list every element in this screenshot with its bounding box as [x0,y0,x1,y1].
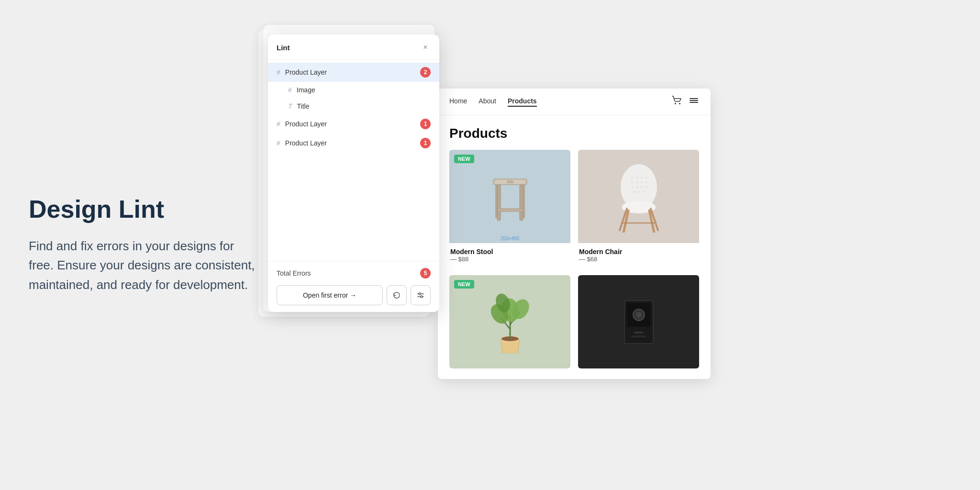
nav-icons [671,95,699,108]
card-size-label: 263×460 [501,236,519,241]
svg-rect-12 [497,185,501,221]
error-badge-1: 2 [420,67,431,78]
lint-panel-spacer [268,156,439,261]
stool-illustration [489,166,532,228]
svg-point-18 [631,177,633,178]
menu-icon[interactable] [689,95,699,108]
browser-preview-panel: Home About Products Products [438,89,711,379]
dark-image-area [578,275,699,368]
refresh-button[interactable] [387,285,407,305]
main-heading: Design Lint [29,196,258,223]
new-badge-plant: NEW [454,280,474,289]
stool-product-info: Modern Stool — $88 [449,243,570,267]
chair-image-area [578,150,699,243]
product-card-plant: NEW [449,275,570,368]
lint-item-label-2: Product Layer [285,120,420,128]
lint-panel-title: Lint [277,44,290,52]
plant-image-area: NEW [449,275,570,368]
stool-image-area: NEW [449,150,570,243]
lint-item-title[interactable]: T Title [268,98,439,114]
chair-name: Modern Chair [579,248,698,256]
open-first-error-button[interactable]: Open first error → [277,285,383,305]
main-description: Find and fix errors in your designs for … [29,236,258,294]
chair-illustration [610,161,668,233]
lint-panel: Lint × # Product Layer 2 # Image T Title… [268,34,439,312]
svg-rect-54 [634,332,644,334]
svg-rect-11 [507,180,513,183]
product-card-dark [578,275,699,368]
svg-point-19 [636,177,638,178]
dark-product-illustration [615,291,663,353]
lint-panel-footer: Total Errors 5 Open first error → [268,261,439,312]
svg-rect-16 [497,209,523,212]
refresh-icon [392,291,401,300]
lint-items-list: # Product Layer 2 # Image T Title # Prod… [268,60,439,156]
svg-point-31 [638,191,640,193]
svg-rect-14 [495,185,498,218]
svg-point-30 [633,191,635,193]
t-icon-title: T [288,102,292,110]
new-badge-stool: NEW [454,155,474,163]
product-grid: NEW [449,150,699,368]
lint-item-product-layer-2[interactable]: # Product Layer 1 [268,114,439,134]
stool-name: Modern Stool [450,248,569,256]
error-badge-2: 1 [420,119,431,129]
lint-item-label-image: Image [297,86,431,94]
svg-point-4 [675,103,676,104]
svg-point-32 [643,191,645,193]
nav-links: Home About Products [449,97,537,107]
browser-nav: Home About Products [438,89,711,115]
svg-point-20 [641,177,643,178]
svg-point-22 [631,181,633,183]
hash-icon-3: # [277,139,280,147]
svg-point-2 [419,293,421,295]
chair-price: — $68 [579,256,698,263]
lint-item-label-3: Product Layer [285,139,420,147]
footer-buttons: Open first error → [277,285,431,305]
svg-rect-55 [632,335,646,337]
total-errors-row: Total Errors 5 [277,268,431,278]
hash-icon-1: # [277,68,280,76]
total-errors-label: Total Errors [277,269,311,277]
nav-link-home[interactable]: Home [449,97,467,107]
svg-point-53 [636,312,642,318]
close-button[interactable]: × [420,42,431,53]
lint-item-product-layer-3[interactable]: # Product Layer 1 [268,134,439,153]
svg-point-5 [679,103,680,104]
nav-link-products[interactable]: Products [508,97,537,107]
svg-point-3 [421,296,423,298]
lint-item-image[interactable]: # Image [268,82,439,98]
svg-rect-13 [520,185,523,221]
lint-item-label-title: Title [297,102,431,110]
svg-point-29 [646,186,647,188]
browser-content: Products NEW [438,115,711,379]
plant-illustration [486,291,534,353]
lint-panel-header: Lint × [268,34,439,60]
nav-link-about[interactable]: About [479,97,496,107]
svg-point-21 [646,177,647,178]
svg-point-28 [641,186,643,188]
product-card-chair: Modern Chair — $68 [578,150,699,267]
stool-price: — $88 [450,256,569,263]
svg-point-27 [636,186,638,188]
error-badge-3: 1 [420,138,431,148]
lint-item-label-1: Product Layer [285,68,420,76]
cart-icon[interactable] [671,95,682,108]
settings-icon [416,291,425,300]
product-card-stool: NEW [449,150,570,267]
svg-point-26 [631,186,633,188]
lint-item-product-layer-1[interactable]: # Product Layer 2 [268,63,439,82]
chair-product-info: Modern Chair — $68 [578,243,699,267]
svg-rect-15 [523,185,525,218]
products-page-title: Products [449,126,699,141]
total-errors-badge: 5 [420,268,431,278]
left-text-section: Design Lint Find and fix errors in your … [29,196,258,294]
svg-point-23 [636,181,638,183]
settings-button[interactable] [411,285,431,305]
hash-icon-image: # [288,86,292,94]
hash-icon-2: # [277,120,280,128]
svg-point-25 [646,181,647,183]
svg-point-24 [641,181,643,183]
